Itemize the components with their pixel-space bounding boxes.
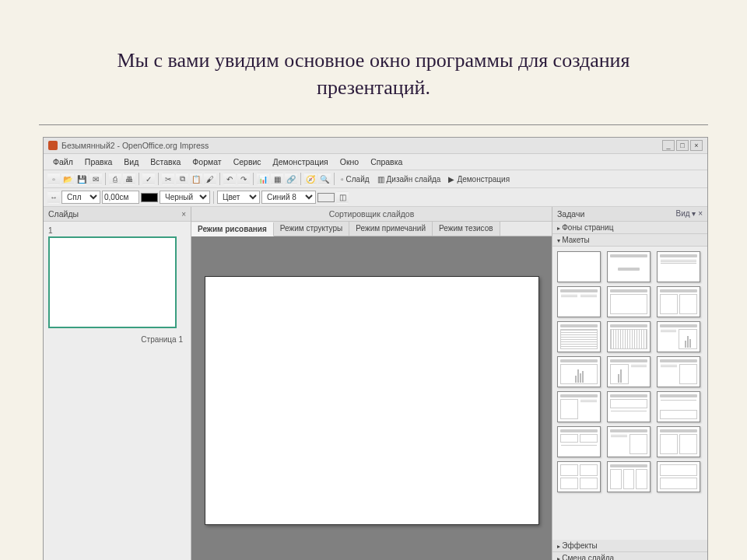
layout-six-a[interactable] bbox=[557, 461, 601, 492]
fill-color-select[interactable]: Синий 8 bbox=[261, 191, 316, 204]
slides-panel-close-icon[interactable]: × bbox=[181, 210, 186, 219]
layout-title[interactable] bbox=[607, 251, 651, 282]
navigator-icon[interactable]: 🧭 bbox=[304, 173, 317, 185]
layout-text-chart[interactable] bbox=[607, 356, 651, 387]
pdf-icon[interactable]: ⎙ bbox=[109, 173, 121, 185]
layouts-grid bbox=[552, 247, 707, 497]
app-window: Безымянный2 - OpenOffice.org Impress _ □… bbox=[43, 137, 708, 560]
maximize-button[interactable]: □ bbox=[676, 140, 689, 151]
menu-insert[interactable]: Вставка bbox=[146, 156, 185, 168]
slide-thumbnail[interactable] bbox=[48, 236, 177, 328]
mail-icon[interactable]: ✉ bbox=[89, 173, 102, 185]
menu-view[interactable]: Вид bbox=[119, 156, 143, 168]
canvas-area[interactable] bbox=[191, 236, 552, 560]
layout-table[interactable] bbox=[557, 321, 601, 352]
layout-object-over-text[interactable] bbox=[607, 391, 651, 422]
layout-chart[interactable] bbox=[557, 356, 601, 387]
chart-icon[interactable]: 📊 bbox=[257, 173, 269, 185]
save-icon[interactable]: 💾 bbox=[75, 173, 88, 185]
tab-outline[interactable]: Режим структуры bbox=[274, 222, 349, 236]
layout-grid[interactable] bbox=[607, 321, 651, 352]
paste-icon[interactable]: 📋 bbox=[190, 173, 202, 185]
close-button[interactable]: × bbox=[690, 140, 703, 151]
zoom-icon[interactable]: 🔍 bbox=[318, 173, 331, 185]
new-slide-button[interactable]: ▫Слайд bbox=[338, 174, 373, 184]
layout-four-objects[interactable] bbox=[657, 426, 700, 457]
cut-icon[interactable]: ✂ bbox=[162, 173, 174, 185]
layout-two-objects-text[interactable] bbox=[557, 426, 601, 457]
format-brush-icon[interactable]: 🖌 bbox=[204, 173, 216, 185]
page-heading: Мы с вами увидим основное окно программы… bbox=[0, 0, 747, 124]
menubar: Файл Правка Вид Вставка Формат Сервис Де… bbox=[44, 154, 707, 170]
open-icon[interactable]: 📂 bbox=[61, 173, 74, 185]
undo-icon[interactable]: ↶ bbox=[223, 173, 236, 185]
layout-six-b[interactable] bbox=[607, 461, 651, 492]
section-layouts[interactable]: Макеты bbox=[552, 234, 707, 247]
layout-title-only[interactable] bbox=[607, 286, 651, 317]
layout-text-object[interactable] bbox=[557, 391, 601, 422]
section-transitions[interactable]: Смена слайда bbox=[552, 552, 707, 560]
heading-rule bbox=[39, 124, 708, 125]
window-title: Безымянный2 - OpenOffice.org Impress bbox=[61, 141, 658, 150]
layout-two-text-object[interactable] bbox=[607, 426, 651, 457]
layout-title-content[interactable] bbox=[657, 251, 700, 282]
tasks-panel: Задачи Вид ▾ × Фоны страниц Макеты bbox=[552, 207, 707, 560]
menu-tools[interactable]: Сервис bbox=[229, 156, 266, 168]
layout-blank[interactable] bbox=[557, 251, 601, 282]
redo-icon[interactable]: ↷ bbox=[237, 173, 250, 185]
app-icon bbox=[48, 141, 58, 150]
slide-design-button[interactable]: ▥Дизайн слайда bbox=[374, 174, 444, 184]
slide-caption: Страница 1 bbox=[44, 333, 191, 346]
menu-help[interactable]: Справка bbox=[366, 156, 407, 168]
new-icon[interactable]: ▫ bbox=[47, 173, 60, 185]
section-backgrounds[interactable]: Фоны страниц bbox=[552, 222, 707, 234]
tasks-title: Задачи bbox=[557, 209, 584, 219]
layout-object[interactable] bbox=[657, 286, 700, 317]
spellcheck-icon[interactable]: ✓ bbox=[142, 173, 155, 185]
layout-text-over-object[interactable] bbox=[657, 391, 700, 422]
view-mode-tabs: Режим рисования Режим структуры Режим пр… bbox=[191, 222, 552, 236]
hyperlink-icon[interactable]: 🔗 bbox=[285, 173, 297, 185]
menu-format[interactable]: Формат bbox=[188, 156, 226, 168]
line-width-input[interactable] bbox=[102, 191, 139, 204]
slides-panel: Слайды × 1 Страница 1 bbox=[44, 207, 191, 560]
menu-window[interactable]: Окно bbox=[335, 156, 363, 168]
tab-handout[interactable]: Режим тезисов bbox=[433, 222, 500, 236]
line-style-select[interactable]: Спл bbox=[61, 191, 100, 204]
slides-panel-title: Слайды bbox=[48, 209, 79, 219]
layout-chart-text[interactable] bbox=[657, 356, 700, 387]
table-icon[interactable]: ▦ bbox=[271, 173, 283, 185]
tab-drawing[interactable]: Режим рисования bbox=[191, 222, 274, 236]
sorter-header: Сортировщик слайдов bbox=[191, 207, 552, 222]
fill-color-swatch[interactable] bbox=[317, 193, 335, 202]
menu-file[interactable]: Файл bbox=[48, 156, 78, 168]
editor-area: Сортировщик слайдов Режим рисования Режи… bbox=[191, 207, 552, 560]
layout-chart-right[interactable] bbox=[657, 321, 700, 352]
copy-icon[interactable]: ⧉ bbox=[176, 173, 188, 185]
tasks-view-menu[interactable]: Вид ▾ × bbox=[676, 209, 703, 219]
tab-notes[interactable]: Режим примечаний bbox=[349, 222, 433, 236]
print-icon[interactable]: 🖶 bbox=[123, 173, 135, 185]
layout-two-content[interactable] bbox=[557, 286, 601, 317]
line-color-select[interactable]: Черный bbox=[160, 191, 210, 204]
arrow-style-icon[interactable]: ↔ bbox=[47, 191, 60, 204]
titlebar: Безымянный2 - OpenOffice.org Impress _ □… bbox=[44, 138, 707, 154]
shadow-icon[interactable]: ◫ bbox=[336, 191, 349, 204]
line-color-swatch[interactable] bbox=[141, 193, 158, 202]
workspace: Слайды × 1 Страница 1 Сортировщик слайдо… bbox=[44, 207, 707, 560]
standard-toolbar: ▫ 📂 💾 ✉ ⎙ 🖶 ✓ ✂ ⧉ 📋 🖌 ↶ ↷ 📊 ▦ 🔗 🧭 🔍 ▫Сла… bbox=[44, 170, 707, 188]
minimize-button[interactable]: _ bbox=[662, 140, 675, 151]
section-effects[interactable]: Эффекты bbox=[552, 540, 707, 552]
menu-edit[interactable]: Правка bbox=[80, 156, 117, 168]
slide-number-label: 1 bbox=[48, 226, 186, 235]
menu-slideshow[interactable]: Демонстрация bbox=[268, 156, 333, 168]
presentation-button[interactable]: ▶Демонстрация bbox=[445, 174, 513, 184]
layout-six-c[interactable] bbox=[657, 461, 700, 492]
slide-canvas[interactable] bbox=[205, 276, 539, 525]
fill-type-select[interactable]: Цвет bbox=[217, 191, 260, 204]
line-fill-toolbar: ↔ Спл Черный Цвет Синий 8 ◫ bbox=[44, 188, 707, 207]
